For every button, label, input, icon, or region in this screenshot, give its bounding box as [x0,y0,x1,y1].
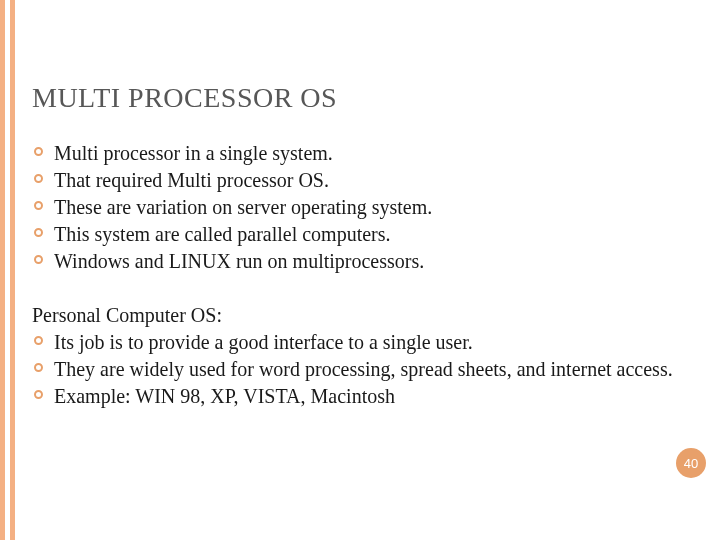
bullet-list-1: Multi processor in a single system. That… [32,140,700,274]
list-item: Windows and LINUX run on multiprocessors… [32,248,700,274]
slide-content: MULTI PROCESSOR OS Multi processor in a … [32,82,700,437]
bullet-list-2: Its job is to provide a good interface t… [32,329,700,409]
decorative-stripe-right [10,0,15,540]
decorative-stripe-left [0,0,5,540]
list-item: These are variation on server operating … [32,194,700,220]
list-item: Multi processor in a single system. [32,140,700,166]
list-item: They are widely used for word processing… [32,356,700,382]
list-item: Its job is to provide a good interface t… [32,329,700,355]
list-item: This system are called parallel computer… [32,221,700,247]
page-number-badge: 40 [676,448,706,478]
list-item: That required Multi processor OS. [32,167,700,193]
slide-title: MULTI PROCESSOR OS [32,82,700,114]
section-header: Personal Computer OS: [32,302,700,328]
list-item: Example: WIN 98, XP, VISTA, Macintosh [32,383,700,409]
